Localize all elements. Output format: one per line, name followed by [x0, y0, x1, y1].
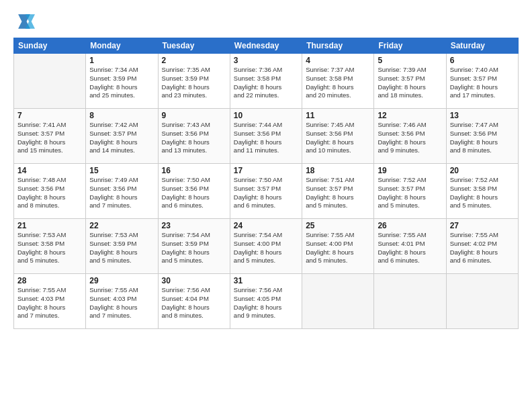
cell-date: 21 [17, 221, 82, 230]
cell-info: Sunrise: 7:42 AM Sunset: 3:57 PM Dayligh… [89, 121, 154, 155]
calendar-day-header: Monday [86, 38, 158, 54]
cell-info: Sunrise: 7:51 AM Sunset: 3:57 PM Dayligh… [306, 176, 370, 210]
cell-date: 24 [234, 221, 298, 230]
cell-date: 13 [450, 111, 515, 120]
calendar-cell: 7Sunrise: 7:41 AM Sunset: 3:57 PM Daylig… [14, 109, 86, 164]
calendar-cell [446, 274, 518, 329]
cell-date: 9 [162, 111, 226, 120]
calendar-cell: 22Sunrise: 7:53 AM Sunset: 3:59 PM Dayli… [86, 219, 158, 274]
cell-date: 29 [89, 276, 154, 285]
cell-date: 10 [234, 111, 298, 120]
calendar-cell: 19Sunrise: 7:52 AM Sunset: 3:57 PM Dayli… [374, 164, 446, 219]
cell-date: 4 [306, 56, 370, 65]
calendar-cell: 1Sunrise: 7:34 AM Sunset: 3:59 PM Daylig… [86, 54, 158, 109]
calendar-cell: 10Sunrise: 7:44 AM Sunset: 3:56 PM Dayli… [230, 109, 302, 164]
cell-info: Sunrise: 7:34 AM Sunset: 3:59 PM Dayligh… [89, 66, 154, 100]
calendar-cell: 23Sunrise: 7:54 AM Sunset: 3:59 PM Dayli… [158, 219, 230, 274]
calendar-week-row: 7Sunrise: 7:41 AM Sunset: 3:57 PM Daylig… [14, 109, 519, 164]
cell-info: Sunrise: 7:40 AM Sunset: 3:57 PM Dayligh… [450, 66, 515, 100]
calendar-day-header: Friday [374, 38, 446, 54]
calendar-cell: 9Sunrise: 7:43 AM Sunset: 3:56 PM Daylig… [158, 109, 230, 164]
cell-info: Sunrise: 7:48 AM Sunset: 3:56 PM Dayligh… [17, 176, 82, 210]
cell-info: Sunrise: 7:47 AM Sunset: 3:56 PM Dayligh… [450, 121, 515, 155]
cell-info: Sunrise: 7:55 AM Sunset: 4:03 PM Dayligh… [89, 286, 154, 320]
calendar-cell: 26Sunrise: 7:55 AM Sunset: 4:01 PM Dayli… [374, 219, 446, 274]
calendar-cell: 30Sunrise: 7:56 AM Sunset: 4:04 PM Dayli… [158, 274, 230, 329]
calendar-header-row: SundayMondayTuesdayWednesdayThursdayFrid… [14, 38, 519, 54]
cell-date: 15 [89, 166, 154, 175]
cell-info: Sunrise: 7:56 AM Sunset: 4:04 PM Dayligh… [162, 286, 226, 320]
calendar-table: SundayMondayTuesdayWednesdayThursdayFrid… [13, 38, 519, 329]
cell-info: Sunrise: 7:50 AM Sunset: 3:57 PM Dayligh… [234, 176, 298, 210]
cell-info: Sunrise: 7:43 AM Sunset: 3:56 PM Dayligh… [162, 121, 226, 155]
calendar-cell: 8Sunrise: 7:42 AM Sunset: 3:57 PM Daylig… [86, 109, 158, 164]
cell-date: 8 [89, 111, 154, 120]
calendar-day-header: Saturday [446, 38, 518, 54]
cell-date: 2 [162, 56, 226, 65]
calendar-cell: 16Sunrise: 7:50 AM Sunset: 3:56 PM Dayli… [158, 164, 230, 219]
svg-marker-1 [26, 14, 35, 28]
calendar-cell: 14Sunrise: 7:48 AM Sunset: 3:56 PM Dayli… [14, 164, 86, 219]
calendar-cell [374, 274, 446, 329]
cell-date: 27 [450, 221, 515, 230]
calendar-cell [14, 54, 86, 109]
calendar-day-header: Tuesday [158, 38, 230, 54]
cell-info: Sunrise: 7:53 AM Sunset: 3:59 PM Dayligh… [89, 231, 154, 265]
calendar-cell: 6Sunrise: 7:40 AM Sunset: 3:57 PM Daylig… [446, 54, 518, 109]
calendar-cell: 4Sunrise: 7:37 AM Sunset: 3:58 PM Daylig… [302, 54, 374, 109]
calendar-week-row: 14Sunrise: 7:48 AM Sunset: 3:56 PM Dayli… [14, 164, 519, 219]
calendar-day-header: Wednesday [230, 38, 302, 54]
cell-date: 26 [378, 221, 442, 230]
cell-date: 31 [234, 276, 298, 285]
cell-date: 1 [89, 56, 154, 65]
cell-date: 17 [234, 166, 298, 175]
cell-date: 5 [378, 56, 442, 65]
cell-info: Sunrise: 7:54 AM Sunset: 3:59 PM Dayligh… [162, 231, 226, 265]
cell-date: 3 [234, 56, 298, 65]
cell-info: Sunrise: 7:36 AM Sunset: 3:58 PM Dayligh… [234, 66, 298, 100]
cell-info: Sunrise: 7:49 AM Sunset: 3:56 PM Dayligh… [89, 176, 154, 210]
cell-info: Sunrise: 7:55 AM Sunset: 4:02 PM Dayligh… [450, 231, 515, 265]
cell-info: Sunrise: 7:45 AM Sunset: 3:56 PM Dayligh… [306, 121, 370, 155]
cell-info: Sunrise: 7:41 AM Sunset: 3:57 PM Dayligh… [17, 121, 82, 155]
cell-info: Sunrise: 7:35 AM Sunset: 3:59 PM Dayligh… [162, 66, 226, 100]
page: SundayMondayTuesdayWednesdayThursdayFrid… [0, 0, 532, 411]
calendar-cell: 25Sunrise: 7:55 AM Sunset: 4:00 PM Dayli… [302, 219, 374, 274]
header [13, 11, 519, 32]
calendar-cell: 28Sunrise: 7:55 AM Sunset: 4:03 PM Dayli… [14, 274, 86, 329]
calendar-cell: 11Sunrise: 7:45 AM Sunset: 3:56 PM Dayli… [302, 109, 374, 164]
calendar-cell: 2Sunrise: 7:35 AM Sunset: 3:59 PM Daylig… [158, 54, 230, 109]
cell-date: 19 [378, 166, 442, 175]
cell-info: Sunrise: 7:44 AM Sunset: 3:56 PM Dayligh… [234, 121, 298, 155]
cell-info: Sunrise: 7:52 AM Sunset: 3:58 PM Dayligh… [450, 176, 515, 210]
cell-date: 30 [162, 276, 226, 285]
logo-icon [13, 11, 35, 32]
cell-date: 28 [17, 276, 82, 285]
calendar-cell: 31Sunrise: 7:56 AM Sunset: 4:05 PM Dayli… [230, 274, 302, 329]
cell-info: Sunrise: 7:50 AM Sunset: 3:56 PM Dayligh… [162, 176, 226, 210]
calendar-cell: 17Sunrise: 7:50 AM Sunset: 3:57 PM Dayli… [230, 164, 302, 219]
calendar-cell: 3Sunrise: 7:36 AM Sunset: 3:58 PM Daylig… [230, 54, 302, 109]
cell-info: Sunrise: 7:52 AM Sunset: 3:57 PM Dayligh… [378, 176, 442, 210]
calendar-cell: 18Sunrise: 7:51 AM Sunset: 3:57 PM Dayli… [302, 164, 374, 219]
cell-info: Sunrise: 7:55 AM Sunset: 4:00 PM Dayligh… [306, 231, 370, 265]
cell-date: 7 [17, 111, 82, 120]
cell-info: Sunrise: 7:54 AM Sunset: 4:00 PM Dayligh… [234, 231, 298, 265]
cell-info: Sunrise: 7:37 AM Sunset: 3:58 PM Dayligh… [306, 66, 370, 100]
logo [13, 11, 38, 32]
cell-date: 25 [306, 221, 370, 230]
cell-info: Sunrise: 7:46 AM Sunset: 3:56 PM Dayligh… [378, 121, 442, 155]
cell-info: Sunrise: 7:53 AM Sunset: 3:58 PM Dayligh… [17, 231, 82, 265]
cell-info: Sunrise: 7:55 AM Sunset: 4:01 PM Dayligh… [378, 231, 442, 265]
calendar-cell: 21Sunrise: 7:53 AM Sunset: 3:58 PM Dayli… [14, 219, 86, 274]
calendar-week-row: 28Sunrise: 7:55 AM Sunset: 4:03 PM Dayli… [14, 274, 519, 329]
calendar-cell: 29Sunrise: 7:55 AM Sunset: 4:03 PM Dayli… [86, 274, 158, 329]
cell-date: 18 [306, 166, 370, 175]
cell-date: 22 [89, 221, 154, 230]
calendar-cell: 27Sunrise: 7:55 AM Sunset: 4:02 PM Dayli… [446, 219, 518, 274]
calendar-cell: 13Sunrise: 7:47 AM Sunset: 3:56 PM Dayli… [446, 109, 518, 164]
calendar-cell: 12Sunrise: 7:46 AM Sunset: 3:56 PM Dayli… [374, 109, 446, 164]
calendar-cell: 5Sunrise: 7:39 AM Sunset: 3:57 PM Daylig… [374, 54, 446, 109]
calendar-day-header: Thursday [302, 38, 374, 54]
calendar-cell [302, 274, 374, 329]
